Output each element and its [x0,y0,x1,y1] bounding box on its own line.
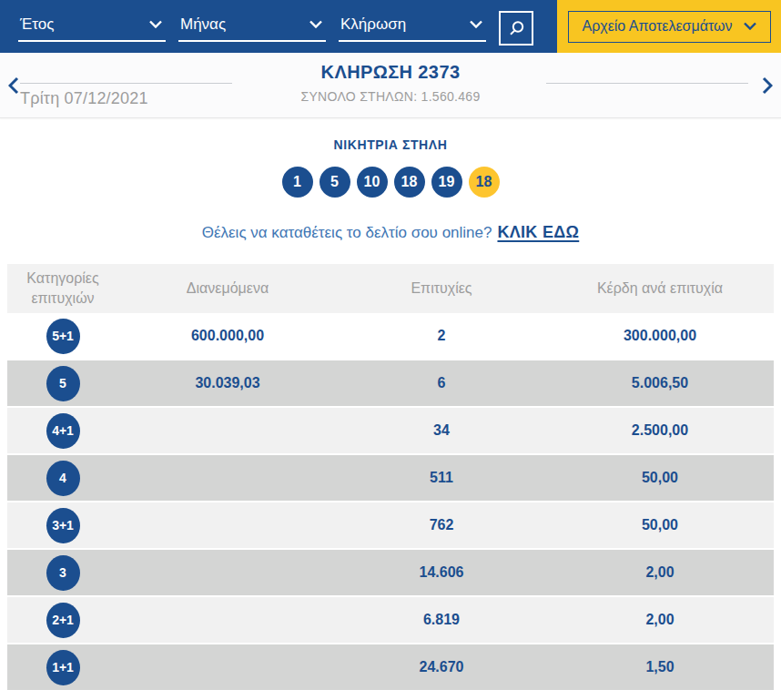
year-dropdown[interactable]: Έτος [18,14,166,42]
draw-header: ΚΛΗΡΩΣΗ 2373 ΣΥΝΟΛΟ ΣΤΗΛΩΝ: 1.560.469 [300,62,480,104]
winning-number-ball: 1 [282,167,313,198]
table-row: 4 511 50,00 [7,455,774,502]
payout-value: 50,00 [546,470,774,486]
chevron-down-icon [149,20,162,28]
winners-value: 34 [337,422,546,439]
winners-value: 6 [337,375,546,391]
payout-value: 1,50 [546,659,774,675]
divider-line [546,83,748,84]
month-dropdown-label: Μήνας [180,15,226,34]
draw-title: ΚΛΗΡΩΣΗ 2373 [300,62,480,83]
archive-results-button[interactable]: Αρχείο Αποτελεσμάτων [568,11,771,43]
previous-draw-button[interactable] [6,75,21,99]
topbar: Έτος Μήνας Κλήρωση Αρχείο Αποτελεσμάτων [0,0,781,53]
table-row: 4+1 34 2.500,00 [7,408,774,455]
winning-column-section: ΝΙΚΗΤΡΙΑ ΣΤΗΛΗ 1 5 10 18 19 18 Θέλεις να… [0,137,781,242]
category-badge: 2+1 [46,603,80,638]
next-draw-button[interactable] [760,75,775,99]
divider-line [20,83,232,84]
winners-value: 6.819 [337,612,546,628]
prize-table-body: 5+1 600.000,00 2 300.000,00 5 30.039,03 … [7,313,774,692]
payout-value: 2.500,00 [546,422,774,439]
col-header-winners: Επιτυχίες [337,280,546,297]
category-badge: 4 [46,461,80,496]
year-dropdown-label: Έτος [20,15,54,34]
winning-numbers: 1 5 10 18 19 18 [0,167,781,198]
payout-value: 2,00 [546,612,774,628]
click-here-link[interactable]: ΚΛΙΚ ΕΔΩ [497,223,579,241]
col-header-payout: Κέρδη ανά επιτυχία [546,280,774,297]
category-badge: 3+1 [46,508,80,543]
table-row: 1+1 24.670 1,50 [7,644,774,692]
winning-column-heading: ΝΙΚΗΤΡΙΑ ΣΤΗΛΗ [0,137,781,152]
table-row: 3+1 762 50,00 [7,502,774,550]
lottery-results-page: Έτος Μήνας Κλήρωση Αρχείο Αποτελεσμάτων [0,0,781,700]
draw-date-block: Τρίτη 07/12/2021 [20,83,232,108]
chevron-down-icon [744,22,756,30]
winners-value: 762 [337,517,546,533]
total-columns: ΣΥΝΟΛΟ ΣΤΗΛΩΝ: 1.560.469 [300,89,480,104]
draw-navigation: Τρίτη 07/12/2021 ΚΛΗΡΩΣΗ 2373 ΣΥΝΟΛΟ ΣΤΗ… [0,53,781,118]
col-header-categories: Κατηγορίες επιτυχιών [19,269,106,308]
payout-value: 2,00 [546,564,774,581]
divider-block [546,83,748,84]
search-icon [507,19,525,37]
table-row: 3 14.606 2,00 [7,550,774,597]
table-row: 5 30.039,03 6 5.006,50 [7,360,774,408]
play-online-cta: Θέλεις να καταθέτεις το δελτίο σου onlin… [0,223,781,242]
category-badge: 4+1 [46,413,80,449]
archive-section: Αρχείο Αποτελεσμάτων [557,0,781,53]
winning-number-ball: 5 [320,167,350,198]
cta-text: Θέλεις να καταθέτεις το δελτίο σου onlin… [202,224,492,241]
prize-table-header: Κατηγορίες επιτυχιών Διανεμόμενα Επιτυχί… [7,264,774,313]
prize-table: Κατηγορίες επιτυχιών Διανεμόμενα Επιτυχί… [7,264,774,692]
search-button[interactable] [499,11,533,46]
category-badge: 3 [46,555,80,591]
chevron-down-icon [470,20,482,28]
draw-dropdown-label: Κλήρωση [340,15,406,34]
category-badge: 5 [46,366,80,401]
payout-value: 50,00 [546,517,774,533]
distributed-value: 600.000,00 [118,328,337,344]
distributed-value: 30.039,03 [118,375,337,391]
winning-number-ball: 18 [394,167,425,198]
archive-results-label: Αρχείο Αποτελεσμάτων [583,18,733,35]
payout-value: 300.000,00 [546,328,774,344]
winners-value: 14.606 [337,564,546,581]
month-dropdown[interactable]: Μήνας [178,14,326,42]
col-header-distributed: Διανεμόμενα [118,280,337,297]
winning-number-ball: 19 [431,167,462,198]
joker-number-ball: 18 [469,167,500,198]
draw-date: Τρίτη 07/12/2021 [20,89,232,108]
chevron-right-icon [762,76,773,95]
filter-group: Έτος Μήνας Κλήρωση [0,0,557,53]
winners-value: 24.670 [337,659,546,675]
chevron-down-icon [309,20,322,28]
payout-value: 5.006,50 [546,375,774,391]
winners-value: 511 [337,470,546,486]
chevron-left-icon [8,76,19,95]
winners-value: 2 [337,328,546,344]
category-badge: 1+1 [46,650,80,685]
category-badge: 5+1 [46,319,80,354]
table-row: 5+1 600.000,00 2 300.000,00 [7,313,774,360]
draw-dropdown[interactable]: Κλήρωση [339,14,486,42]
table-row: 2+1 6.819 2,00 [7,597,774,644]
winning-number-ball: 10 [357,167,388,198]
